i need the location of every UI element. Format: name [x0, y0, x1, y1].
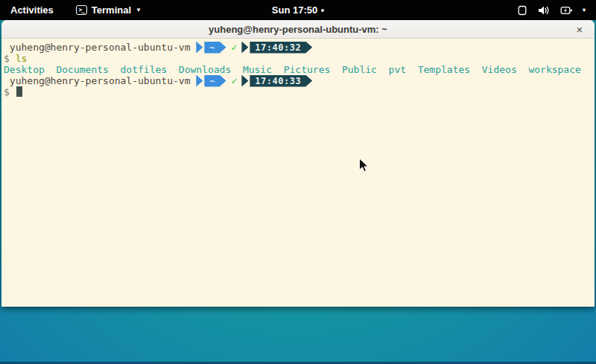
prompt-line: yuheng@henry-personal-ubuntu-vm ~ ✓ 17:4… — [4, 75, 592, 86]
close-button[interactable]: × — [571, 21, 588, 37]
title-bar[interactable]: yuheng@henry-personal-ubuntu-vm: ~ × — [1, 20, 595, 39]
close-icon: × — [577, 23, 583, 36]
top-bar: Activities >_ Terminal ▼ Sun 17:50 ▾ — [0, 0, 596, 20]
app-menu-label: Terminal — [92, 4, 131, 16]
time-segment: 17:40:33 — [250, 75, 312, 87]
ls-output: Desktop Documents dotfiles Downloads Mus… — [4, 64, 592, 75]
cwd-segment: ~ — [204, 75, 226, 87]
text-cursor — [16, 86, 22, 97]
terminal-window: yuheng@henry-personal-ubuntu-vm: ~ × yuh… — [1, 20, 595, 307]
success-check-icon: ✓ — [232, 42, 238, 53]
activities-button[interactable]: Activities — [7, 4, 57, 16]
powerline-arrow-icon — [241, 75, 248, 87]
window-title: yuheng@henry-personal-ubuntu-vm: ~ — [209, 24, 387, 35]
chevron-down-icon: ▼ — [136, 7, 142, 13]
prompt-host: yuheng@henry-personal-ubuntu-vm — [4, 42, 196, 53]
display-icon — [516, 5, 528, 16]
command-text: ls — [16, 53, 28, 64]
prompt-symbol: $ — [4, 53, 10, 64]
success-check-icon: ✓ — [232, 75, 238, 86]
volume-icon — [538, 5, 551, 16]
clock-button[interactable]: Sun 17:50 — [272, 4, 324, 16]
cwd-segment: ~ — [204, 42, 226, 54]
system-status-menu[interactable]: ▾ — [516, 5, 596, 16]
notification-dot-icon — [321, 9, 324, 12]
time-segment: 17:40:32 — [250, 42, 312, 54]
powerline-arrow-icon — [196, 75, 203, 87]
terminal-icon: >_ — [76, 5, 87, 15]
clock-label: Sun 17:50 — [272, 4, 317, 16]
top-bar-left: Activities >_ Terminal ▼ — [0, 4, 142, 16]
input-line[interactable]: $ — [4, 86, 592, 98]
terminal-content[interactable]: yuheng@henry-personal-ubuntu-vm ~ ✓ 17:4… — [1, 39, 595, 306]
powerline-arrow-icon — [196, 42, 203, 54]
prompt-host: yuheng@henry-personal-ubuntu-vm — [4, 75, 196, 86]
powerline-arrow-icon — [241, 42, 248, 54]
terminal-app-menu[interactable]: >_ Terminal ▼ — [76, 4, 142, 16]
chevron-down-icon: ▾ — [583, 7, 586, 13]
prompt-line: yuheng@henry-personal-ubuntu-vm ~ ✓ 17:4… — [4, 42, 592, 53]
command-line: $ ls — [4, 53, 592, 64]
battery-charging-icon — [560, 5, 573, 16]
prompt-host-text: yuheng@henry-personal-ubuntu-vm — [10, 75, 191, 86]
prompt-symbol: $ — [4, 86, 10, 98]
prompt-host-text: yuheng@henry-personal-ubuntu-vm — [10, 42, 191, 53]
